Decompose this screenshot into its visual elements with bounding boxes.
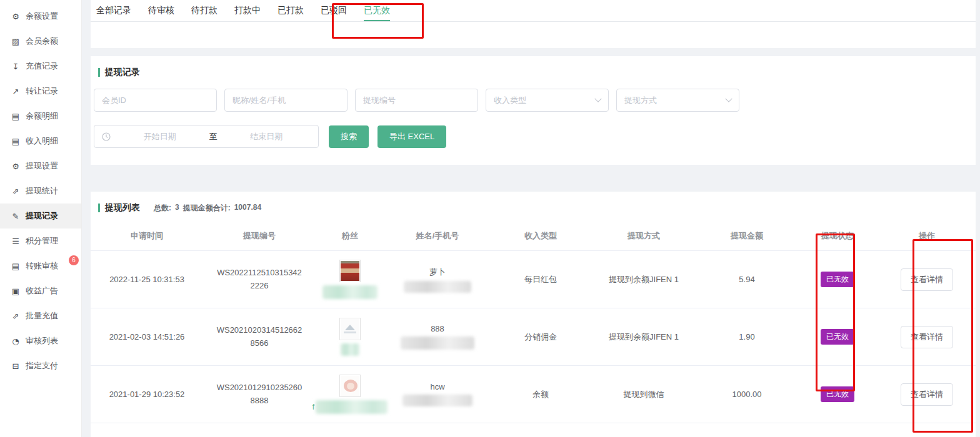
fan-cell — [316, 318, 384, 356]
sidebar-item-withdraw-stats[interactable]: ⇗ 提现统计 — [0, 179, 81, 204]
notification-badge: 6 — [69, 255, 79, 265]
sidebar-item-balance-details[interactable]: ▤ 余额明细 — [0, 104, 81, 129]
sidebar-item-balance-settings[interactable]: ⚙ 余额设置 — [0, 4, 81, 29]
title-accent-bar — [98, 204, 100, 212]
gauge-icon: ◔ — [11, 336, 21, 346]
income-type-cell: 余额 — [491, 389, 591, 400]
gear-icon: ⚙ — [11, 12, 21, 21]
view-detail-button[interactable]: 查看详情 — [901, 268, 953, 291]
nickname-input[interactable] — [224, 89, 348, 112]
total-label: 总数: — [154, 203, 171, 214]
sidebar-item-label: 转账审核 — [26, 260, 58, 272]
member-id-input[interactable] — [94, 89, 217, 112]
withdraw-code-cell: WS2022112510315342 2226 — [203, 267, 316, 293]
table-row: 2021-01-29 10:23:52 WS2021012910235260 8… — [91, 366, 976, 423]
withdraw-method-cell: 提现到余额JIFEN 1 — [591, 274, 697, 285]
income-type-cell: 分销佣金 — [491, 331, 591, 343]
blurred-phone — [402, 395, 472, 406]
fan-cell: f — [316, 375, 384, 414]
clock-icon — [102, 132, 111, 141]
list-panel-title-text: 提现列表 — [105, 202, 140, 214]
income-type-select-placeholder: 收入类型 — [494, 95, 526, 106]
column-header-name-phone: 姓名/手机号 — [384, 230, 491, 242]
sidebar-item-label: 收入明细 — [26, 135, 58, 147]
sidebar-item-transfer-records[interactable]: ↗ 转让记录 — [0, 79, 81, 104]
chart-line-icon: ⇗ — [11, 312, 21, 321]
date-start-placeholder: 开始日期 — [116, 131, 204, 142]
image-icon: ▣ — [11, 287, 21, 296]
withdraw-method-select-placeholder: 提现方式 — [624, 95, 657, 106]
list-panel-title: 提现列表 总数: 3 提现金额合计: 1007.84 — [91, 192, 976, 214]
sidebar-item-label: 审核列表 — [26, 335, 58, 346]
document-icon: ▤ — [11, 137, 21, 146]
withdraw-list-panel: 提现列表 总数: 3 提现金额合计: 1007.84 申请时间 提现编号 粉丝 … — [91, 192, 976, 437]
search-panel: 提现记录 收入类型 提现方式 开始日期 至 结束日期 搜索 导出 EXCEL — [91, 56, 976, 165]
tab-paid[interactable]: 已打款 — [278, 0, 304, 21]
sidebar-item-label: 会员余额 — [26, 36, 58, 47]
withdraw-method-cell: 提现到微信 — [591, 389, 697, 400]
search-panel-title-text: 提现记录 — [105, 67, 140, 78]
table-row: 2021-02-03 14:51:26 WS2021020314512662 8… — [91, 308, 976, 366]
tab-all-records[interactable]: 全部记录 — [96, 0, 131, 21]
view-detail-button[interactable]: 查看详情 — [901, 326, 953, 348]
tab-invalid[interactable]: 已无效 — [364, 0, 390, 21]
chevron-down-icon — [725, 95, 732, 102]
apply-time-cell: 2022-11-25 10:31:53 — [91, 275, 203, 284]
apply-time-cell: 2021-02-03 14:51:26 — [91, 332, 203, 341]
sidebar-item-designated-payment[interactable]: ⊟ 指定支付 — [0, 353, 81, 378]
tab-pending-review[interactable]: 待审核 — [148, 0, 174, 21]
sidebar-item-label: 提现记录 — [26, 210, 58, 222]
date-range-picker[interactable]: 开始日期 至 结束日期 — [94, 125, 319, 148]
column-header-withdraw-code: 提现编号 — [203, 230, 316, 242]
sidebar-item-batch-recharge[interactable]: ⇗ 批量充值 — [0, 303, 81, 328]
sidebar-item-points-management[interactable]: ☰ 积分管理 — [0, 228, 81, 253]
withdraw-amount-cell: 1000.00 — [697, 390, 797, 399]
withdraw-method-cell: 提现到余额JIFEN 1 — [591, 331, 697, 343]
sidebar-item-withdraw-records[interactable]: ✎ 提现记录 — [0, 204, 81, 228]
square-minus-icon: ⊟ — [11, 361, 21, 371]
column-header-action: 操作 — [878, 230, 976, 242]
sidebar-item-withdraw-settings[interactable]: ⚙ 提现设置 — [0, 154, 81, 179]
fan-name: 888 — [431, 324, 444, 333]
gear-icon: ⚙ — [11, 162, 21, 171]
total-value: 3 — [175, 203, 179, 214]
view-detail-button[interactable]: 查看详情 — [901, 383, 953, 406]
sidebar-item-label: 收益广告 — [26, 285, 58, 297]
withdraw-amount-cell: 1.90 — [697, 332, 797, 341]
sidebar-item-member-balance[interactable]: ▨ 会员余额 — [0, 29, 81, 54]
tab-rejected[interactable]: 已驳回 — [321, 0, 347, 21]
title-accent-bar — [98, 68, 100, 77]
name-phone-cell: 萝卜 — [384, 267, 491, 293]
apply-time-cell: 2021-01-29 10:23:52 — [91, 390, 203, 399]
blurred-nickname — [316, 400, 388, 414]
tab-paying[interactable]: 打款中 — [234, 0, 261, 21]
fan-avatar — [339, 260, 361, 282]
book-icon: ▨ — [11, 37, 21, 46]
status-badge: 已无效 — [821, 329, 854, 345]
sidebar-item-label: 余额设置 — [26, 11, 58, 22]
tab-pending-payment[interactable]: 待打款 — [191, 0, 218, 21]
fan-cell — [316, 260, 384, 299]
name-phone-cell: hcw — [384, 382, 491, 406]
withdraw-method-select[interactable]: 提现方式 — [616, 89, 739, 112]
sidebar-item-label: 余额明细 — [26, 110, 58, 122]
sidebar-item-recharge-records[interactable]: ↧ 充值记录 — [0, 54, 81, 79]
export-excel-button[interactable]: 导出 EXCEL — [378, 125, 446, 148]
status-badge: 已无效 — [821, 272, 854, 287]
withdraw-code-input[interactable] — [355, 89, 478, 112]
sidebar-item-income-details[interactable]: ▤ 收入明细 — [0, 129, 81, 154]
table-header-row: 申请时间 提现编号 粉丝 姓名/手机号 收入类型 提现方式 提现金额 提现状态 … — [91, 221, 976, 251]
search-button[interactable]: 搜索 — [329, 125, 369, 148]
fan-avatar-placeholder — [339, 318, 361, 340]
chart-line-icon: ⇗ — [11, 187, 21, 196]
income-type-select[interactable]: 收入类型 — [486, 89, 609, 112]
document-icon: ▤ — [11, 112, 21, 121]
external-link-icon: ↗ — [11, 87, 21, 96]
sidebar-item-revenue-ads[interactable]: ▣ 收益广告 — [0, 278, 81, 303]
search-panel-title: 提现记录 — [91, 56, 976, 78]
sidebar-item-label: 转让记录 — [26, 86, 58, 97]
column-header-fan: 粉丝 — [316, 230, 384, 242]
sidebar-item-transfer-review[interactable]: ▤ 转账审核 6 — [0, 253, 81, 278]
fan-name: hcw — [430, 382, 444, 391]
sidebar-item-review-list[interactable]: ◔ 审核列表 — [0, 328, 81, 353]
